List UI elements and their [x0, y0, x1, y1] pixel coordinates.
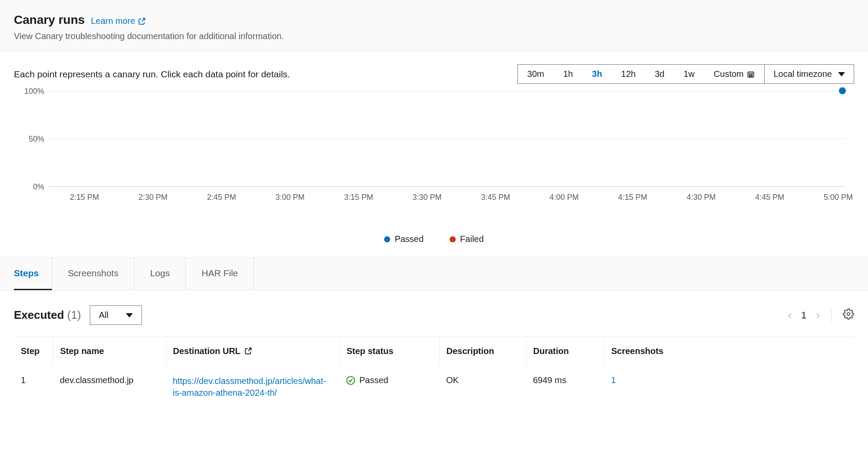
col-step[interactable]: Step: [14, 337, 53, 366]
y-tick-100: 100%: [14, 87, 44, 96]
range-1w[interactable]: 1w: [674, 65, 704, 83]
caret-down-icon: [838, 72, 845, 76]
external-link-icon: [244, 347, 252, 355]
svg-point-8: [751, 76, 752, 76]
chart: 100% 50% 0% 2:15 PM 2:30 PM 2:45 PM 3:00…: [14, 91, 854, 217]
col-duration[interactable]: Duration: [526, 337, 604, 366]
page-subtitle: View Canary troubleshooting documentatio…: [14, 31, 854, 41]
chart-section: Each point represents a canary run. Clic…: [0, 51, 868, 257]
range-3h[interactable]: 3h: [582, 65, 612, 83]
col-description[interactable]: Description: [439, 337, 526, 366]
gear-icon: [843, 308, 854, 320]
learn-more-label: Learn more: [91, 16, 135, 26]
data-point-passed[interactable]: [839, 87, 846, 94]
col-step-name[interactable]: Step name: [53, 337, 166, 366]
page-current: 1: [801, 310, 806, 321]
y-tick-0: 0%: [14, 182, 44, 192]
range-custom[interactable]: Custom: [704, 65, 765, 83]
svg-point-6: [752, 74, 753, 75]
legend-passed[interactable]: Passed: [384, 234, 424, 244]
calendar-icon: [747, 70, 755, 78]
chart-legend: Passed Failed: [14, 234, 854, 244]
header: Canary runs Learn more View Canary troub…: [0, 0, 868, 51]
learn-more-link[interactable]: Learn more: [91, 16, 145, 26]
caret-down-icon: [126, 313, 133, 318]
x-tick: 3:00 PM: [276, 193, 305, 202]
range-custom-label: Custom: [714, 69, 744, 79]
timezone-select[interactable]: Local timezone: [765, 64, 854, 84]
timezone-label: Local timezone: [773, 69, 832, 79]
screenshots-link[interactable]: 1: [611, 375, 616, 385]
tab-steps[interactable]: Steps: [14, 258, 52, 290]
svg-point-10: [847, 313, 850, 316]
filter-value: All: [99, 310, 108, 320]
time-range-box: 30m 1h 3h 12h 3d 1w Custom: [517, 64, 765, 84]
col-step-status[interactable]: Step status: [339, 337, 439, 366]
cell-step-name: dev.classmethod.jp: [53, 366, 166, 408]
status-label: Passed: [359, 375, 388, 385]
table-row: 1 dev.classmethod.jp https://dev.classme…: [14, 366, 854, 408]
col-url-label: Destination URL: [173, 346, 240, 356]
status-passed-icon: [346, 376, 355, 385]
executed-section: Executed (1) All ‹ 1 ›: [0, 291, 868, 408]
svg-point-5: [751, 74, 752, 75]
legend-failed-dot: [450, 236, 456, 242]
executed-label: Executed: [14, 308, 64, 321]
filter-select[interactable]: All: [90, 305, 142, 325]
page-next[interactable]: ›: [816, 308, 820, 322]
x-tick: 2:30 PM: [138, 193, 168, 202]
x-tick: 3:30 PM: [413, 193, 442, 202]
tab-screenshots[interactable]: Screenshots: [52, 258, 135, 290]
legend-failed[interactable]: Failed: [450, 234, 483, 244]
page-title: Canary runs: [14, 13, 85, 27]
x-tick: 4:00 PM: [549, 193, 579, 202]
x-tick: 2:15 PM: [70, 193, 99, 202]
range-1h[interactable]: 1h: [554, 65, 582, 83]
col-destination-url[interactable]: Destination URL: [166, 337, 339, 366]
x-tick: 2:45 PM: [207, 193, 236, 202]
settings-button[interactable]: [838, 308, 854, 322]
time-range-controls: 30m 1h 3h 12h 3d 1w Custom: [517, 64, 854, 84]
legend-failed-label: Failed: [460, 234, 483, 244]
y-tick-50: 50%: [14, 135, 44, 144]
external-link-icon: [138, 17, 146, 25]
range-30m[interactable]: 30m: [518, 65, 554, 83]
cell-duration: 6949 ms: [526, 366, 604, 408]
chart-description: Each point represents a canary run. Clic…: [14, 69, 290, 79]
executed-count: (1): [67, 308, 81, 321]
x-tick: 5:00 PM: [824, 193, 853, 202]
col-screenshots[interactable]: Screenshots: [604, 337, 854, 366]
tabs: Steps Screenshots Logs HAR File: [0, 257, 868, 291]
legend-passed-label: Passed: [395, 234, 424, 244]
tab-har-file[interactable]: HAR File: [186, 258, 254, 290]
x-tick: 4:15 PM: [618, 193, 647, 202]
destination-url-link[interactable]: https://dev.classmethod.jp/articles/what…: [173, 375, 332, 399]
steps-table: Step Step name Destination URL Step stat…: [14, 336, 854, 408]
x-tick: 3:45 PM: [481, 193, 510, 202]
table-header-row: Step Step name Destination URL Step stat…: [14, 337, 854, 366]
legend-passed-dot: [384, 236, 390, 242]
x-tick: 3:15 PM: [344, 193, 373, 202]
page-prev[interactable]: ‹: [788, 308, 792, 322]
cell-screenshots: 1: [604, 366, 854, 408]
tab-logs[interactable]: Logs: [135, 258, 186, 290]
cell-step: 1: [14, 366, 53, 408]
cell-status: Passed: [339, 366, 439, 408]
range-12h[interactable]: 12h: [612, 65, 645, 83]
cell-description: OK: [439, 366, 526, 408]
pagination: ‹ 1 ›: [788, 308, 832, 322]
svg-point-7: [750, 76, 750, 76]
range-3d[interactable]: 3d: [645, 65, 674, 83]
executed-title: Executed (1): [14, 308, 81, 322]
svg-point-9: [752, 76, 753, 76]
x-tick: 4:45 PM: [755, 193, 784, 202]
svg-point-4: [750, 74, 750, 75]
cell-url: https://dev.classmethod.jp/articles/what…: [166, 366, 339, 408]
x-tick: 4:30 PM: [687, 193, 716, 202]
